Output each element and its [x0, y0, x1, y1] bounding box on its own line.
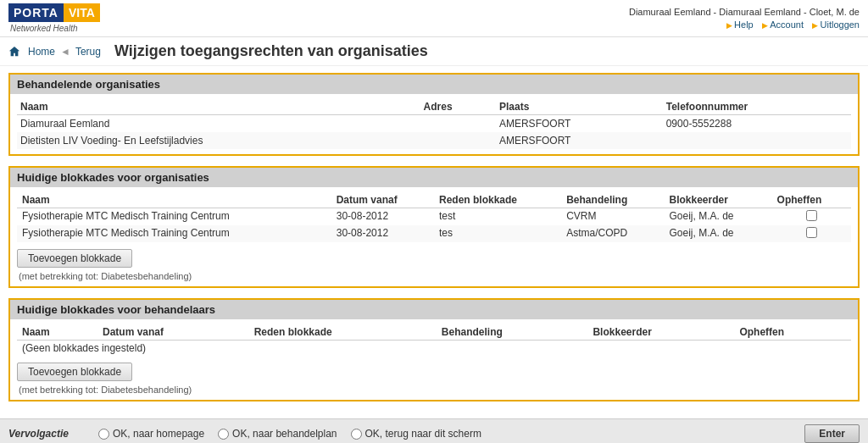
logo-porta: PORTA	[8, 3, 64, 22]
help-link[interactable]: Help	[726, 19, 754, 30]
opheffen-checkbox-2[interactable]	[806, 227, 817, 238]
vervolgactie-label: Vervolgactie	[8, 428, 85, 440]
account-link[interactable]: Account	[762, 19, 804, 30]
cell-datum: 30-08-2012	[331, 225, 434, 242]
footer-bar: Vervolgactie OK, naar homepage OK, naar …	[0, 418, 868, 443]
col-behandeling: Behandeling	[561, 192, 664, 208]
cell-datum: 30-08-2012	[331, 208, 434, 226]
blokkade-behandelaars-body: Naam Datum vanaf Reden blokkade Behandel…	[10, 319, 858, 400]
cell-blokkeerder: Goeij, M.A. de	[665, 208, 772, 226]
behandelende-table: Naam Adres Plaats Telefoonnummer Diamura…	[17, 99, 851, 149]
nav-separator: ◄	[60, 46, 70, 58]
logo-vita: VITA	[64, 3, 100, 22]
blokkade-behandelaars-panel: Huidige blokkades voor behandelaars Naam…	[8, 298, 860, 401]
cell-plaats: AMERSFOORT	[496, 115, 663, 133]
cell-naam: Fysiotherapie MTC Medisch Training Centr…	[17, 208, 331, 226]
blokkade-behandelaars-table: Naam Datum vanaf Reden blokkade Behandel…	[17, 324, 851, 356]
radio-behandelplan[interactable]: OK, naar behandelplan	[218, 428, 337, 440]
cell-opheffen[interactable]	[772, 225, 851, 242]
radio-ditscherm-label: OK, terug naar dit scherm	[365, 428, 481, 440]
blokkade-org-header: Huidige blokkades voor organisaties	[10, 168, 858, 187]
behandelende-panel: Behandelende organisaties Naam Adres Pla…	[8, 73, 860, 156]
cell-naam: Diamuraal Eemland	[17, 115, 420, 133]
cell-naam: Fysiotherapie MTC Medisch Training Centr…	[17, 225, 331, 242]
radio-homepage-input[interactable]	[98, 429, 109, 440]
logo-tagline: Networked Health	[8, 24, 77, 33]
cell-plaats: AMERSFOORT	[496, 132, 663, 149]
cell-reden: test	[434, 208, 561, 226]
col-reden: Reden blokkade	[434, 192, 561, 208]
blokkade-behandelaars-header: Huidige blokkades voor behandelaars	[10, 300, 858, 319]
nav-bar: Home ◄ Terug Wijzigen toegangsrechten va…	[0, 37, 868, 66]
table-row: Dietisten LIV Voeding- En Leefstijladvie…	[17, 132, 851, 149]
home-link[interactable]: Home	[28, 46, 55, 58]
col-blokkeerder: Blokkeerder	[665, 192, 772, 208]
opheffen-checkbox-1[interactable]	[806, 210, 817, 221]
col-blokkeerder: Blokkeerder	[587, 324, 734, 341]
top-bar: PORTA VITA Networked Health Diamuraal Ee…	[0, 0, 868, 37]
col-adres: Adres	[420, 99, 496, 115]
table-row: (Geen blokkades ingesteld)	[17, 341, 851, 357]
col-naam: Naam	[17, 324, 97, 341]
cell-behandeling: Astma/COPD	[561, 225, 664, 242]
page-title: Wijzigen toegangsrechten van organisatie…	[114, 42, 428, 60]
radio-ditscherm[interactable]: OK, terug naar dit scherm	[351, 428, 481, 440]
logout-link[interactable]: Uitloggen	[812, 19, 860, 30]
empty-message: (Geen blokkades ingesteld)	[17, 341, 851, 357]
blokkade-org-note: (met betrekking tot: Diabetesbehandeling…	[17, 271, 851, 281]
cell-telefoon: 0900-5552288	[663, 115, 851, 133]
toevoegen-blokkade-org-button[interactable]: Toevoegen blokkade	[17, 249, 132, 268]
cell-telefoon	[663, 132, 851, 149]
cell-naam: Dietisten LIV Voeding- En Leefstijladvie…	[17, 132, 420, 149]
cell-opheffen[interactable]	[772, 208, 851, 226]
blokkade-behandelaars-note: (met betrekking tot: Diabetesbehandeling…	[17, 385, 851, 395]
col-telefoon: Telefoonnummer	[663, 99, 851, 115]
radio-homepage-label: OK, naar homepage	[113, 428, 204, 440]
logo-box: PORTA VITA	[8, 3, 100, 22]
col-datum-vanaf: Datum vanaf	[97, 324, 249, 341]
enter-button[interactable]: Enter	[804, 424, 860, 443]
toevoegen-blokkade-behandelaars-button[interactable]: Toevoegen blokkade	[17, 363, 132, 381]
col-opheffen: Opheffen	[772, 192, 851, 208]
behandelende-header: Behandelende organisaties	[10, 75, 858, 94]
table-row: Fysiotherapie MTC Medisch Training Centr…	[17, 225, 851, 242]
cell-behandeling: CVRM	[561, 208, 664, 226]
col-plaats: Plaats	[496, 99, 663, 115]
back-link[interactable]: Terug	[75, 46, 101, 58]
col-datum-vanaf: Datum vanaf	[331, 192, 434, 208]
blokkade-org-panel: Huidige blokkades voor organisaties Naam…	[8, 166, 860, 288]
org-name: Diamuraal Eemland - Diamuraal Eemland - …	[629, 7, 860, 17]
col-naam: Naam	[17, 192, 331, 208]
radio-homepage[interactable]: OK, naar homepage	[98, 428, 204, 440]
blokkade-org-body: Naam Datum vanaf Reden blokkade Behandel…	[10, 187, 858, 286]
cell-adres	[420, 115, 496, 133]
radio-ditscherm-input[interactable]	[351, 429, 362, 440]
col-reden: Reden blokkade	[249, 324, 437, 341]
table-row: Fysiotherapie MTC Medisch Training Centr…	[17, 208, 851, 226]
home-icon	[8, 46, 20, 58]
cell-adres	[420, 132, 496, 149]
radio-behandelplan-input[interactable]	[218, 429, 229, 440]
behandelende-body: Naam Adres Plaats Telefoonnummer Diamura…	[10, 94, 858, 154]
radio-behandelplan-label: OK, naar behandelplan	[232, 428, 337, 440]
col-behandeling: Behandeling	[437, 324, 588, 341]
col-opheffen: Opheffen	[734, 324, 851, 341]
cell-reden: tes	[434, 225, 561, 242]
blokkade-org-table: Naam Datum vanaf Reden blokkade Behandel…	[17, 192, 851, 242]
top-links: Help Account Uitloggen	[629, 19, 860, 30]
col-naam: Naam	[17, 99, 420, 115]
main-content: Behandelende organisaties Naam Adres Pla…	[0, 66, 868, 418]
top-right: Diamuraal Eemland - Diamuraal Eemland - …	[629, 7, 860, 30]
table-row: Diamuraal Eemland AMERSFOORT 0900-555228…	[17, 115, 851, 133]
cell-blokkeerder: Goeij, M.A. de	[665, 225, 772, 242]
logo-area: PORTA VITA Networked Health	[8, 3, 100, 33]
